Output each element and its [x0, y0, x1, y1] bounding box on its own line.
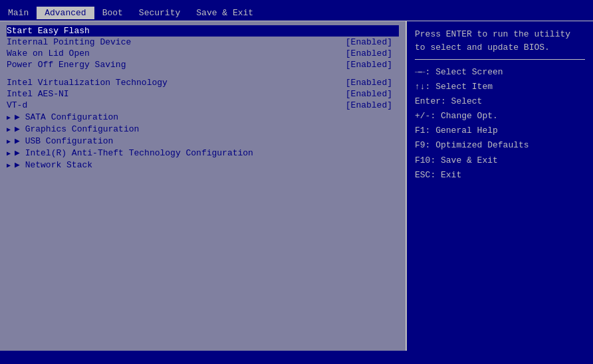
shortcut-6: F10: Save & Exit [415, 153, 585, 168]
shortcut-7: ESC: Exit [415, 168, 585, 183]
left-panel: Start Easy FlashInternal Pointing Device… [0, 21, 406, 351]
content-area: Start Easy FlashInternal Pointing Device… [0, 21, 593, 351]
menu-item-advanced[interactable]: Advanced [37, 7, 94, 19]
divider [415, 59, 585, 60]
shortcut-1: ↑↓: Select Item [415, 80, 585, 94]
entry-label-6: Intel AES-NI [7, 89, 69, 99]
shortcut-5: F9: Optimized Defaults [415, 138, 585, 153]
menu-item-security[interactable]: Security [131, 7, 188, 19]
menu-entry-2: Wake on Lid Open[Enabled] [7, 48, 399, 59]
entry-label-0: Start Easy Flash [7, 26, 90, 36]
entry-value-6: [Enabled] [346, 89, 392, 99]
menu-entry-7: VT-d[Enabled] [7, 100, 399, 111]
entry-label-5: Intel Virtualization Technology [7, 78, 168, 88]
menu-bar: MainAdvancedBootSecuritySave & Exit [0, 5, 593, 21]
shortcuts-list: →←: Select Screen↑↓: Select ItemEnter: S… [415, 65, 585, 183]
menu-entry-11[interactable]: ▶ Intel(R) Anti-Theft Technology Configu… [7, 147, 399, 159]
menu-item-main[interactable]: Main [0, 7, 37, 19]
menu-entry-8[interactable]: ▶ SATA Configuration [7, 111, 399, 123]
menu-entry-3: Power Off Energy Saving[Enabled] [7, 59, 399, 70]
right-panel: Press ENTER to run the utility to select… [406, 21, 593, 351]
menu-entry-12[interactable]: ▶ Network Stack [7, 159, 399, 171]
entry-label-2: Wake on Lid Open [7, 48, 90, 58]
shortcut-3: +/-: Change Opt. [415, 109, 585, 124]
entry-label-1: Internal Pointing Device [7, 37, 131, 47]
title-bar [0, 0, 593, 5]
shortcut-0: →←: Select Screen [415, 65, 585, 80]
help-text: Press ENTER to run the utility to select… [415, 28, 585, 54]
menu-entry-9[interactable]: ▶ Graphics Configuration [7, 123, 399, 135]
spacer-4 [7, 70, 399, 77]
menu-entry-10[interactable]: ▶ USB Configuration [7, 135, 399, 147]
menu-entry-6: Intel AES-NI[Enabled] [7, 88, 399, 100]
menu-entry-5: Intel Virtualization Technology[Enabled] [7, 77, 399, 88]
menu-item-boot[interactable]: Boot [94, 7, 131, 19]
entry-value-1: [Enabled] [346, 37, 392, 47]
entry-value-2: [Enabled] [346, 48, 392, 58]
shortcut-2: Enter: Select [415, 94, 585, 109]
entry-value-3: [Enabled] [346, 60, 392, 70]
menu-item-save---exit[interactable]: Save & Exit [188, 7, 261, 19]
entry-label-3: Power Off Energy Saving [7, 60, 126, 70]
entry-value-7: [Enabled] [346, 100, 392, 110]
entry-label-7: VT-d [7, 100, 27, 110]
shortcut-4: F1: General Help [415, 124, 585, 138]
menu-entry-1: Internal Pointing Device[Enabled] [7, 37, 399, 48]
entry-value-5: [Enabled] [346, 78, 392, 88]
menu-entry-0[interactable]: Start Easy Flash [7, 25, 399, 37]
